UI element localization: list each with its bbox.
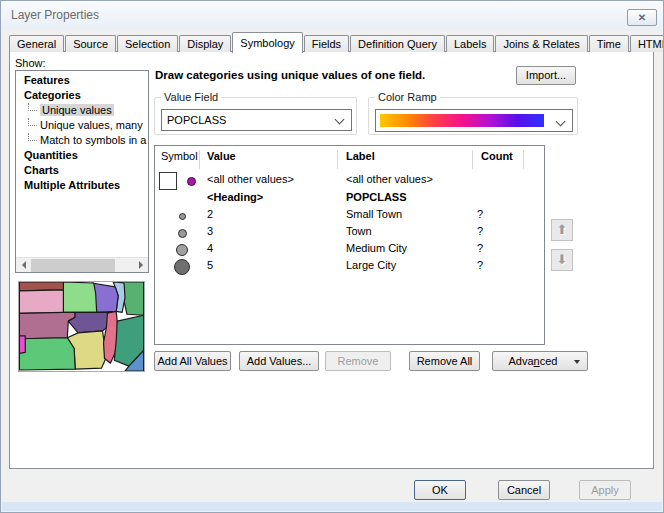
dropdown-arrow-icon	[574, 360, 580, 364]
table-row-small-town[interactable]: 2 Small Town ?	[155, 207, 544, 224]
tab-definition-query[interactable]: Definition Query	[350, 35, 445, 52]
tree-item-unique-values[interactable]: Unique values	[16, 103, 148, 118]
tab-fields[interactable]: Fields	[304, 35, 349, 52]
symbology-tab-page: Show: Features Categories Unique values …	[9, 51, 654, 469]
arrow-up-icon: ⬆	[557, 222, 568, 237]
table-row-large-city[interactable]: 5 Large City ?	[155, 258, 544, 275]
ok-button[interactable]: OK	[414, 480, 466, 500]
tree-branch-icon	[28, 103, 37, 111]
tab-general[interactable]: General	[9, 35, 64, 52]
close-icon[interactable]: ✕	[627, 9, 657, 26]
import-button[interactable]: Import...	[516, 66, 576, 85]
unique-values-table[interactable]: Symbol Value Label Count <all other valu…	[154, 145, 545, 345]
apply-button: Apply	[579, 480, 631, 500]
add-all-values-button[interactable]: Add All Values	[154, 351, 231, 371]
tree-item-charts[interactable]: Charts	[16, 163, 148, 178]
scroll-left-icon[interactable]	[16, 258, 31, 272]
move-down-button[interactable]: ⬇	[551, 249, 573, 271]
tree-item-quantities[interactable]: Quantities	[16, 148, 148, 163]
value-field-dropdown[interactable]: POPCLASS	[161, 109, 352, 131]
color-ramp-dropdown[interactable]	[375, 109, 573, 132]
remove-button: Remove	[325, 351, 391, 371]
scrollbar-thumb[interactable]	[31, 259, 115, 272]
column-count: Count	[481, 150, 513, 162]
tree-horizontal-scrollbar[interactable]	[16, 257, 148, 272]
color-ramp-label: Color Ramp	[375, 91, 440, 103]
tab-time[interactable]: Time	[589, 35, 629, 52]
chevron-down-icon[interactable]	[556, 117, 566, 127]
tree-item-categories[interactable]: Categories	[16, 88, 148, 103]
method-description: Draw categories using unique values of o…	[155, 69, 425, 81]
symbol-dot-icon[interactable]	[178, 229, 187, 238]
move-up-button[interactable]: ⬆	[551, 219, 573, 241]
tree-item-unique-values-many[interactable]: Unique values, many	[16, 118, 148, 133]
chevron-down-icon[interactable]	[335, 115, 345, 125]
table-row-heading[interactable]: <Heading> POPCLASS	[155, 190, 544, 207]
tab-selection[interactable]: Selection	[117, 35, 178, 52]
tab-joins-relates[interactable]: Joins & Relates	[495, 35, 587, 52]
tab-labels[interactable]: Labels	[446, 35, 494, 52]
title-bar[interactable]: Layer Properties ✕	[1, 1, 663, 30]
symbol-dot-icon[interactable]	[179, 213, 186, 220]
tree-item-features[interactable]: Features	[16, 73, 148, 88]
tab-source[interactable]: Source	[65, 35, 116, 52]
tab-display[interactable]: Display	[179, 35, 231, 52]
show-label: Show:	[15, 57, 46, 69]
window-title: Layer Properties	[11, 8, 99, 22]
tab-html-popup[interactable]: HTML Popup	[630, 35, 664, 52]
color-ramp-gradient	[380, 114, 544, 127]
map-preview-thumbnail	[18, 281, 145, 372]
value-field-label: Value Field	[161, 91, 221, 103]
table-header: Symbol Value Label Count	[155, 146, 544, 168]
tab-symbology[interactable]: Symbology	[232, 32, 302, 53]
tab-strip: General Source Selection Display Symbolo…	[9, 33, 664, 52]
color-ramp-group: Color Ramp	[368, 97, 578, 135]
value-field-group: Value Field POPCLASS	[154, 97, 357, 135]
states-map-image	[19, 282, 144, 371]
cancel-button[interactable]: Cancel	[498, 480, 550, 500]
show-tree: Features Categories Unique values Unique…	[15, 70, 149, 273]
all-other-values-checkbox[interactable]	[159, 172, 177, 190]
table-row-medium-city[interactable]: 4 Medium City ?	[155, 241, 544, 258]
tree-item-multiple-attributes[interactable]: Multiple Attributes	[16, 178, 148, 193]
arrow-down-icon: ⬇	[557, 252, 568, 267]
symbol-dot-icon[interactable]	[174, 259, 190, 275]
table-row-all-other-values[interactable]: <all other values> <all other values>	[155, 172, 544, 191]
symbol-dot-icon[interactable]	[187, 177, 196, 186]
column-symbol: Symbol	[161, 150, 198, 162]
value-field-selected: POPCLASS	[167, 114, 226, 126]
add-values-button[interactable]: Add Values...	[239, 351, 319, 371]
table-row-town[interactable]: 3 Town ?	[155, 224, 544, 241]
scroll-right-icon[interactable]	[133, 258, 148, 272]
tree-branch-icon	[28, 118, 37, 126]
symbol-dot-icon[interactable]	[176, 244, 188, 256]
column-value: Value	[207, 150, 236, 162]
tree-branch-icon	[28, 133, 37, 141]
tree-item-match-symbols[interactable]: Match to symbols in a	[16, 133, 148, 148]
remove-all-button[interactable]: Remove All	[409, 351, 480, 371]
column-label: Label	[346, 150, 375, 162]
advanced-button[interactable]: Advanced	[492, 351, 588, 371]
layer-properties-dialog: Layer Properties ✕ General Source Select…	[0, 0, 664, 513]
